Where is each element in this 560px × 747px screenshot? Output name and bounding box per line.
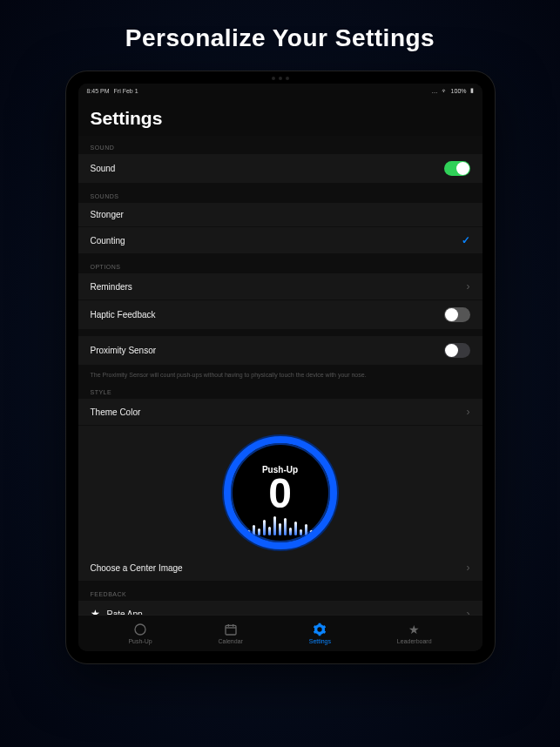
star-icon: ★ xyxy=(91,608,100,615)
section-header-options: OPTIONS xyxy=(78,255,482,273)
tab-label: Calendar xyxy=(218,638,242,644)
equalizer-bars xyxy=(247,516,313,535)
section-header-style: STYLE xyxy=(78,380,482,399)
gear-icon xyxy=(313,622,327,636)
screen: 8:45 PM Fri Feb 1 … ᯤ 100% ▮ Settings SO… xyxy=(78,84,482,651)
section-header-feedback: FEEDBACK xyxy=(78,582,482,601)
row-label: Haptic Feedback xyxy=(91,310,156,320)
tab-pushup[interactable]: Push-Up xyxy=(128,622,152,644)
row-reminders[interactable]: Reminders › xyxy=(78,273,482,300)
row-label: Choose a Center Image xyxy=(91,563,183,573)
row-label: Proximity Sensor xyxy=(91,346,157,355)
row-label: Counting xyxy=(91,236,125,246)
status-date: Fri Feb 1 xyxy=(114,88,138,94)
pushup-counter-widget[interactable]: Push-Up 0 xyxy=(224,436,337,549)
page-title: Settings xyxy=(78,98,482,136)
battery-percent: 100% xyxy=(451,88,467,94)
chevron-right-icon: › xyxy=(467,280,470,293)
status-time: 8:45 PM xyxy=(87,88,110,94)
section-header-sound: SOUND xyxy=(78,136,482,154)
row-choose-center-image[interactable]: Choose a Center Image › xyxy=(78,555,482,581)
center-widget-preview: Push-Up 0 xyxy=(78,426,482,555)
wifi-icon: ᯤ xyxy=(442,88,448,94)
chevron-right-icon: › xyxy=(467,406,470,418)
row-sound-option-stronger[interactable]: Stronger xyxy=(78,203,482,227)
star-icon: ★ xyxy=(408,622,422,636)
chevron-right-icon: › xyxy=(467,608,470,615)
circle-icon xyxy=(133,622,147,636)
tab-calendar[interactable]: Calendar xyxy=(218,622,242,644)
settings-content[interactable]: SOUND Sound SOUNDS Stronger Counting ✓ O… xyxy=(78,136,482,615)
row-haptic-feedback[interactable]: Haptic Feedback xyxy=(78,300,482,329)
proximity-footer: The Proximity Sensor will count push-ups… xyxy=(78,367,482,380)
wifi-icon: … xyxy=(432,88,438,94)
status-bar: 8:45 PM Fri Feb 1 … ᯤ 100% ▮ xyxy=(78,84,482,98)
row-label: Stronger xyxy=(91,210,124,219)
checkmark-icon: ✓ xyxy=(462,234,470,246)
tab-leaderboard[interactable]: ★ Leaderboard xyxy=(397,622,432,644)
sound-toggle[interactable] xyxy=(444,161,470,176)
row-label: Theme Color xyxy=(91,407,141,417)
row-rate-app[interactable]: ★ Rate App › xyxy=(78,601,482,615)
row-label: Sound xyxy=(91,164,116,173)
proximity-toggle[interactable] xyxy=(444,343,470,358)
row-theme-color[interactable]: Theme Color › xyxy=(78,399,482,426)
device-camera xyxy=(254,77,307,80)
row-sound[interactable]: Sound xyxy=(78,154,482,183)
row-sound-option-counting[interactable]: Counting ✓ xyxy=(78,227,482,253)
tab-label: Push-Up xyxy=(128,638,152,644)
tab-bar: Push-Up Calendar Settings ★ Leaderboard xyxy=(78,615,482,651)
row-proximity-sensor[interactable]: Proximity Sensor xyxy=(78,336,482,365)
row-label: Reminders xyxy=(91,282,132,292)
section-header-sounds: SOUNDS xyxy=(78,185,482,203)
tab-settings[interactable]: Settings xyxy=(309,622,331,644)
svg-point-0 xyxy=(135,624,145,635)
pushup-count: 0 xyxy=(268,473,292,515)
device-frame: 8:45 PM Fri Feb 1 … ᯤ 100% ▮ Settings SO… xyxy=(66,71,495,663)
tab-label: Leaderboard xyxy=(397,638,432,644)
battery-icon: ▮ xyxy=(470,87,474,94)
svg-rect-1 xyxy=(226,625,236,635)
promo-title: Personalize Your Settings xyxy=(125,24,435,52)
haptic-toggle[interactable] xyxy=(444,307,470,322)
calendar-icon xyxy=(224,622,238,636)
tab-label: Settings xyxy=(309,638,331,644)
chevron-right-icon: › xyxy=(467,562,470,574)
